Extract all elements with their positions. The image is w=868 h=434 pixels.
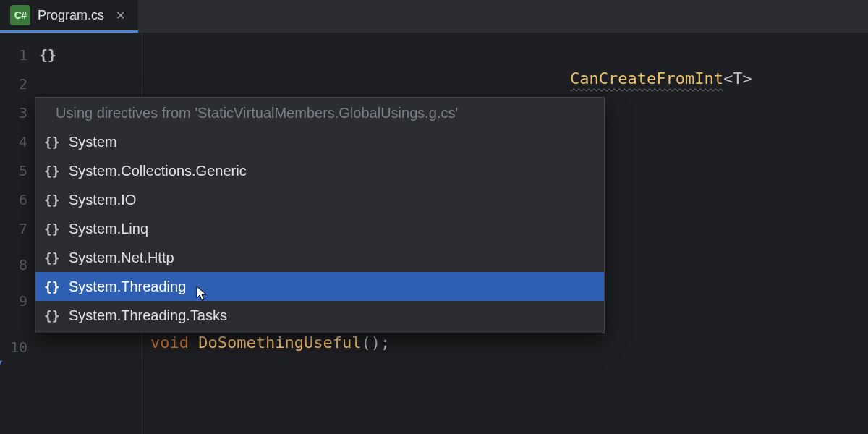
namespace-icon: {}: [44, 279, 59, 294]
tab-program-cs[interactable]: C# Program.cs ✕: [0, 0, 138, 33]
popup-item-label: System.Threading: [69, 278, 186, 295]
line-number: 6: [0, 185, 35, 214]
gutter: 1 2 3 4 5 6 7 8 9 10 ▾: [0, 33, 35, 434]
popup-item-label: System.Threading.Tasks: [69, 307, 227, 324]
tab-bar: C# Program.cs ✕: [0, 0, 868, 33]
popup-item-system-collections-generic[interactable]: {} System.Collections.Generic: [35, 156, 604, 185]
editor: 1 2 3 4 5 6 7 8 9 10 ▾ {} CanCreateFromI…: [0, 33, 868, 434]
tab-title: Program.cs: [38, 8, 104, 23]
braces-icon: {}: [39, 46, 55, 64]
popup-item-system-net-http[interactable]: {} System.Net.Http: [35, 243, 604, 272]
line-number: 7: [0, 214, 35, 243]
popup-item-system-io[interactable]: {} System.IO: [35, 185, 604, 214]
csharp-file-icon: C#: [10, 5, 30, 25]
code-typename: CanCreateFromInt: [570, 69, 723, 88]
line-number: 5: [0, 156, 35, 185]
fold-handle-icon[interactable]: ▾: [0, 356, 3, 367]
popup-item-label: System: [69, 134, 117, 150]
namespace-icon: {}: [44, 163, 59, 179]
namespace-icon: {}: [44, 308, 59, 323]
namespace-icon: {}: [44, 192, 59, 208]
code-line: {}: [35, 41, 868, 69]
line-number: 9: [0, 286, 35, 315]
line-number: 8: [0, 243, 35, 286]
popup-item-system-threading-tasks[interactable]: {} System.Threading.Tasks: [35, 301, 604, 330]
popup-item-label: System.Linq: [69, 221, 148, 237]
using-directives-popup[interactable]: Using directives from 'StaticVirtualMemb…: [35, 97, 605, 333]
popup-item-system[interactable]: {} System: [35, 127, 604, 156]
popup-header: Using directives from 'StaticVirtualMemb…: [35, 98, 604, 127]
code-punctuation: ();: [361, 333, 390, 352]
line-number: 10 ▾: [0, 315, 35, 362]
popup-item-label: System.IO: [69, 192, 136, 208]
line-number: 4: [0, 127, 35, 156]
code-method-name: DoSomethingUseful: [198, 333, 361, 352]
close-icon[interactable]: ✕: [116, 9, 125, 22]
code-fragment: CanCreateFromInt<T>: [570, 69, 752, 88]
line-number: 2: [0, 69, 35, 98]
popup-item-label: System.Net.Http: [69, 250, 174, 266]
namespace-icon: {}: [44, 250, 59, 265]
popup-item-system-linq[interactable]: {} System.Linq: [35, 214, 604, 243]
code-generic: <T>: [723, 69, 752, 88]
namespace-icon: {}: [44, 135, 59, 150]
pointer-cursor-icon: [192, 285, 208, 307]
code-keyword: void: [150, 333, 189, 352]
namespace-icon: {}: [44, 221, 59, 237]
popup-item-system-threading[interactable]: {} System.Threading: [35, 272, 604, 301]
line-number: 1: [0, 41, 35, 69]
popup-item-label: System.Collections.Generic: [69, 163, 247, 179]
line-number: 3: [0, 98, 35, 127]
